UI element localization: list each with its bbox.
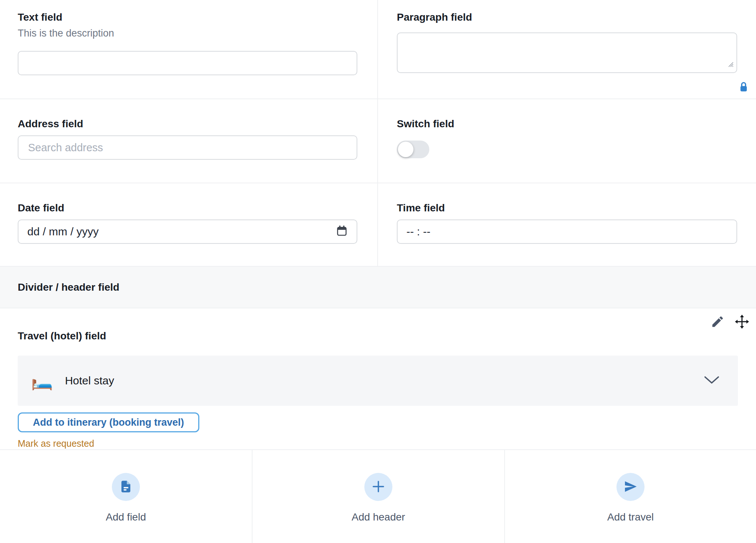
text-field-description: This is the description bbox=[18, 27, 357, 39]
chevron-down-icon bbox=[704, 376, 719, 385]
address-search-input[interactable] bbox=[18, 135, 357, 160]
edit-pencil-icon[interactable] bbox=[709, 314, 726, 330]
add-field-button[interactable]: Add field bbox=[0, 450, 252, 543]
switch-field-label: Switch field bbox=[397, 118, 737, 130]
document-icon bbox=[119, 480, 133, 495]
switch-knob bbox=[398, 142, 413, 157]
time-field-block: Time field -- : -- bbox=[378, 183, 756, 267]
paragraph-field-block: Paragraph field bbox=[378, 0, 756, 99]
text-field-block: Text field This is the description bbox=[0, 0, 378, 99]
form-builder-page: Text field This is the description Parag… bbox=[0, 0, 756, 543]
fields-grid: Text field This is the description Parag… bbox=[0, 0, 756, 267]
travel-field-label: Travel (hotel) field bbox=[18, 308, 738, 342]
bed-emoji-icon: 🛏️ bbox=[31, 372, 53, 390]
time-placeholder: -- : -- bbox=[406, 225, 430, 238]
mark-as-requested-note: Mark as requested bbox=[18, 438, 738, 449]
add-travel-button[interactable]: Add travel bbox=[504, 450, 756, 543]
travel-field-block: Travel (hotel) field 🛏️ Hotel stay Add t… bbox=[0, 308, 756, 449]
add-header-icon-circle bbox=[364, 473, 392, 501]
switch-field-block: Switch field bbox=[378, 99, 756, 183]
time-field-label: Time field bbox=[397, 202, 737, 214]
date-field-label: Date field bbox=[18, 202, 357, 214]
add-header-button[interactable]: Add header bbox=[252, 450, 504, 543]
travel-field-tools bbox=[709, 314, 750, 330]
travel-option-dropdown[interactable]: 🛏️ Hotel stay bbox=[18, 356, 738, 406]
send-plane-icon bbox=[623, 479, 638, 495]
travel-selected-option: Hotel stay bbox=[65, 374, 114, 387]
text-field-input[interactable] bbox=[18, 51, 357, 75]
time-input[interactable]: -- : -- bbox=[397, 219, 737, 244]
add-travel-icon-circle bbox=[616, 473, 645, 501]
add-travel-label: Add travel bbox=[607, 511, 654, 523]
add-field-icon-circle bbox=[112, 473, 140, 501]
add-field-label: Add field bbox=[106, 511, 146, 523]
switch-toggle[interactable] bbox=[397, 141, 429, 158]
resize-handle-icon[interactable] bbox=[726, 59, 735, 70]
add-to-itinerary-button[interactable]: Add to itinerary (booking travel) bbox=[18, 412, 199, 432]
calendar-icon[interactable] bbox=[336, 225, 348, 238]
add-header-label: Add header bbox=[352, 511, 405, 523]
plus-icon bbox=[370, 478, 386, 496]
paragraph-field-label: Paragraph field bbox=[397, 11, 737, 24]
lock-icon[interactable] bbox=[739, 81, 749, 95]
text-field-label: Text field bbox=[18, 11, 357, 24]
date-placeholder: dd / mm / yyyy bbox=[27, 225, 99, 238]
move-drag-icon[interactable] bbox=[734, 314, 750, 330]
date-field-block: Date field dd / mm / yyyy bbox=[0, 183, 378, 267]
address-field-label: Address field bbox=[18, 118, 357, 130]
date-input[interactable]: dd / mm / yyyy bbox=[18, 219, 357, 244]
divider-header-field: Divider / header field bbox=[0, 267, 756, 308]
address-field-block: Address field bbox=[0, 99, 378, 183]
paragraph-textarea[interactable] bbox=[397, 32, 737, 73]
divider-header-label: Divider / header field bbox=[18, 281, 119, 294]
paragraph-textarea-wrap bbox=[397, 32, 737, 73]
footer-actions: Add field Add header Add travel bbox=[0, 449, 756, 543]
